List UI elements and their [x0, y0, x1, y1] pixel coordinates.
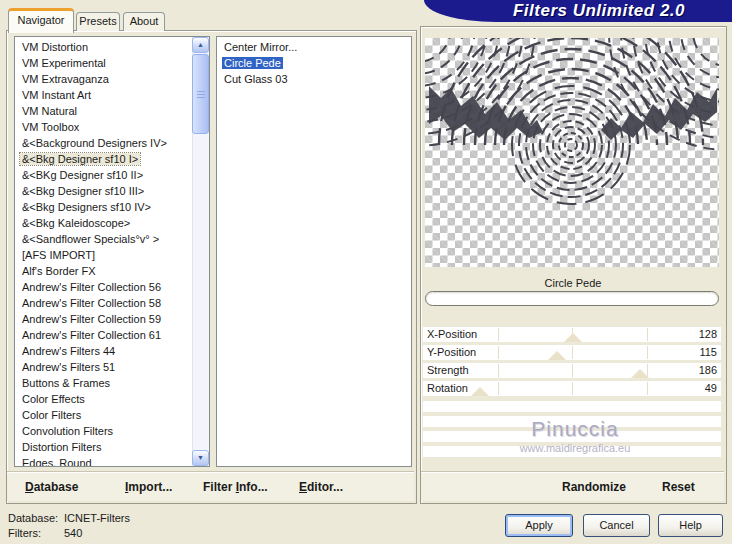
slider-value: 186: [699, 363, 717, 378]
database-status-value: ICNET-Filters: [64, 512, 130, 524]
app-title: Filters Unlimited 2.0: [424, 0, 732, 21]
slider-tick: [647, 382, 648, 395]
category-item[interactable]: VM Toolbox: [15, 119, 209, 135]
category-item[interactable]: Convolution Filters: [15, 423, 209, 439]
watermark: Pinuccia www.maidiregrafica.eu: [460, 417, 690, 454]
category-item[interactable]: Andrew's Filters 44: [15, 343, 209, 359]
scroll-down-icon[interactable]: ▼: [192, 450, 209, 466]
slider-tick: [498, 382, 499, 395]
category-item[interactable]: &<Bkg Designer sf10 III>: [15, 183, 209, 199]
category-listbox[interactable]: VM DistortionVM ExperimentalVM Extravaga…: [14, 36, 210, 467]
filter-item[interactable]: Cut Glass 03: [217, 71, 411, 87]
progress-bar: [425, 291, 719, 306]
category-item[interactable]: Andrew's Filter Collection 56: [15, 279, 209, 295]
slider-tick: [498, 346, 499, 359]
slider-y-position[interactable]: Y-Position115: [423, 345, 721, 360]
category-item[interactable]: VM Distortion: [15, 39, 209, 55]
category-item[interactable]: &<Bkg Kaleidoscope>: [15, 215, 209, 231]
slider-tick: [647, 328, 648, 341]
import-button[interactable]: Import...: [125, 480, 172, 494]
category-item[interactable]: VM Extravaganza: [15, 71, 209, 87]
slider-rotation[interactable]: Rotation49: [423, 381, 721, 396]
category-item[interactable]: Buttons & Frames: [15, 375, 209, 391]
slider-thumb[interactable]: [471, 387, 489, 396]
filters-unlimited-dialog: Filters Unlimited 2.0 Navigator Presets …: [0, 0, 732, 544]
scrollbar-thumb[interactable]: [192, 54, 209, 134]
filter-preview-image[interactable]: [425, 38, 719, 267]
scroll-up-icon[interactable]: ▲: [192, 37, 209, 53]
filters-status-label: Filters:: [8, 527, 41, 539]
slider-label: X-Position: [427, 327, 477, 342]
tab-about[interactable]: About: [123, 12, 165, 31]
tab-presets-label: Presets: [79, 15, 116, 27]
slider-value: 128: [699, 327, 717, 342]
filters-status-value: 540: [64, 527, 82, 539]
category-item[interactable]: VM Experimental: [15, 55, 209, 71]
filter-item[interactable]: Center Mirror...: [217, 39, 411, 55]
title-banner: Filters Unlimited 2.0: [424, 0, 732, 22]
category-item[interactable]: VM Natural: [15, 103, 209, 119]
right-button-strip: Randomize Reset: [421, 473, 724, 501]
filter-item[interactable]: Circle Pede: [217, 55, 411, 71]
slider-thumb[interactable]: [548, 351, 566, 360]
category-item[interactable]: Andrew's Filter Collection 59: [15, 311, 209, 327]
tab-presets[interactable]: Presets: [76, 12, 120, 31]
slider-x-position[interactable]: X-Position128: [423, 327, 721, 342]
watermark-name: Pinuccia: [460, 417, 690, 441]
slider-tick: [647, 346, 648, 359]
filter-listbox[interactable]: Center Mirror...Circle PedeCut Glass 03: [216, 36, 412, 467]
slider-label: Y-Position: [427, 345, 476, 360]
selected-filter-name: Circle Pede: [421, 277, 725, 289]
database-button[interactable]: Database: [25, 480, 78, 494]
help-button[interactable]: Help: [658, 514, 723, 537]
category-items: VM DistortionVM ExperimentalVM Extravaga…: [15, 39, 209, 467]
editor-button[interactable]: Editor...: [299, 480, 343, 494]
category-item[interactable]: Andrew's Filters 51: [15, 359, 209, 375]
tab-about-label: About: [130, 15, 159, 27]
slider-tick: [498, 364, 499, 377]
watermark-url: www.maidiregrafica.eu: [460, 442, 690, 454]
ripple-artwork: [425, 38, 719, 267]
tab-navigator[interactable]: Navigator: [8, 8, 74, 33]
category-item[interactable]: &<Bkg Designer sf10 I>: [15, 151, 209, 167]
category-item[interactable]: Distortion Filters: [15, 439, 209, 455]
reset-button[interactable]: Reset: [662, 480, 695, 494]
slider-tick: [498, 328, 499, 341]
slider-label: Strength: [427, 363, 469, 378]
filter-info-button[interactable]: Filter Info...: [203, 480, 268, 494]
slider-value: 49: [705, 381, 717, 396]
category-item[interactable]: Andrew's Filter Collection 58: [15, 295, 209, 311]
category-item[interactable]: Alf's Border FX: [15, 263, 209, 279]
cancel-button[interactable]: Cancel: [583, 514, 650, 537]
randomize-button[interactable]: Randomize: [562, 480, 626, 494]
slider-tick: [572, 346, 573, 359]
category-item[interactable]: Color Effects: [15, 391, 209, 407]
category-item[interactable]: Andrew's Filter Collection 61: [15, 327, 209, 343]
tab-navigator-label: Navigator: [17, 14, 64, 26]
category-item[interactable]: Edges, Round: [15, 455, 209, 467]
slider-value: 115: [699, 345, 717, 360]
category-item[interactable]: &<Background Designers IV>: [15, 135, 209, 151]
empty-slider-row: [423, 401, 721, 412]
category-item[interactable]: Color Filters: [15, 407, 209, 423]
database-status-label: Database:: [8, 512, 58, 524]
slider-tick: [572, 382, 573, 395]
scrollbar-grip-icon: [197, 91, 205, 98]
category-scrollbar[interactable]: ▲ ▼: [192, 37, 209, 466]
slider-thumb[interactable]: [631, 369, 649, 378]
category-item[interactable]: [AFS IMPORT]: [15, 247, 209, 263]
category-item[interactable]: &<Bkg Designers sf10 IV>: [15, 199, 209, 215]
slider-strength[interactable]: Strength186: [423, 363, 721, 378]
slider-thumb[interactable]: [564, 333, 582, 342]
slider-label: Rotation: [427, 381, 468, 396]
left-button-strip: Database Import... Filter Info... Editor…: [7, 473, 414, 501]
category-item[interactable]: &<Sandflower Specials°v° >: [15, 231, 209, 247]
category-item[interactable]: VM Instant Art: [15, 87, 209, 103]
category-item[interactable]: &<BKg Designer sf10 II>: [15, 167, 209, 183]
slider-tick: [572, 364, 573, 377]
apply-button[interactable]: Apply: [505, 514, 573, 537]
